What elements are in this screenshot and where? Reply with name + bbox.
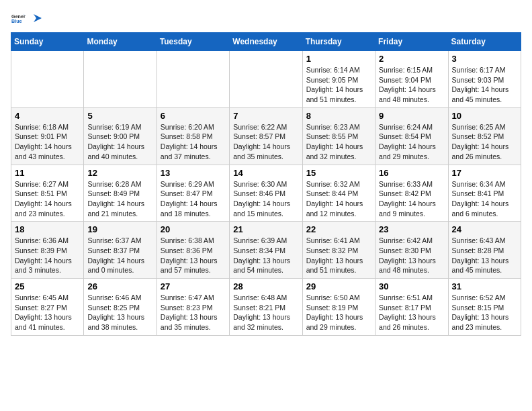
day-number: 15 <box>306 168 371 178</box>
day-number: 30 <box>379 281 444 291</box>
day-info: Sunrise: 6:38 AMSunset: 8:36 PMDaylight:… <box>161 236 226 275</box>
calendar-week-row: 4Sunrise: 6:18 AMSunset: 9:01 PMDaylight… <box>11 107 521 165</box>
day-number: 12 <box>87 168 152 178</box>
calendar-cell: 4Sunrise: 6:18 AMSunset: 9:01 PMDaylight… <box>11 107 84 165</box>
calendar-cell <box>230 51 302 108</box>
day-info: Sunrise: 6:27 AMSunset: 8:51 PMDaylight:… <box>15 179 80 219</box>
day-number: 18 <box>15 224 80 234</box>
day-info: Sunrise: 6:41 AMSunset: 8:32 PMDaylight:… <box>306 236 371 275</box>
day-number: 2 <box>379 54 444 64</box>
calendar-cell: 18Sunrise: 6:36 AMSunset: 8:39 PMDayligh… <box>11 222 84 279</box>
calendar-cell: 27Sunrise: 6:47 AMSunset: 8:23 PMDayligh… <box>157 279 229 336</box>
logo-arrow-icon <box>31 11 44 25</box>
day-number: 22 <box>306 224 371 234</box>
calendar-cell: 6Sunrise: 6:20 AMSunset: 8:58 PMDaylight… <box>157 107 229 165</box>
day-info: Sunrise: 6:42 AMSunset: 8:30 PMDaylight:… <box>379 236 444 275</box>
day-number: 9 <box>379 111 444 121</box>
weekday-header: Wednesday <box>230 33 302 51</box>
day-number: 7 <box>233 111 298 121</box>
calendar-cell: 22Sunrise: 6:41 AMSunset: 8:32 PMDayligh… <box>302 222 375 279</box>
weekday-header: Saturday <box>448 33 521 51</box>
calendar-cell <box>11 51 84 108</box>
calendar-cell <box>84 51 157 108</box>
day-number: 6 <box>161 111 226 121</box>
weekday-header: Thursday <box>302 33 375 51</box>
day-info: Sunrise: 6:28 AMSunset: 8:49 PMDaylight:… <box>87 179 152 219</box>
calendar-cell: 17Sunrise: 6:34 AMSunset: 8:41 PMDayligh… <box>448 165 521 222</box>
day-number: 26 <box>87 281 152 291</box>
day-info: Sunrise: 6:37 AMSunset: 8:37 PMDaylight:… <box>87 236 152 275</box>
calendar-cell: 26Sunrise: 6:46 AMSunset: 8:25 PMDayligh… <box>84 279 157 336</box>
calendar-week-row: 11Sunrise: 6:27 AMSunset: 8:51 PMDayligh… <box>11 165 521 222</box>
day-number: 19 <box>87 224 152 234</box>
day-info: Sunrise: 6:50 AMSunset: 8:19 PMDaylight:… <box>306 293 371 332</box>
day-info: Sunrise: 6:45 AMSunset: 8:27 PMDaylight:… <box>15 293 80 332</box>
weekday-header: Tuesday <box>157 33 229 51</box>
day-info: Sunrise: 6:24 AMSunset: 8:54 PMDaylight:… <box>379 122 444 162</box>
day-number: 17 <box>452 168 517 178</box>
day-info: Sunrise: 6:30 AMSunset: 8:46 PMDaylight:… <box>233 179 298 219</box>
day-number: 21 <box>233 224 298 234</box>
day-number: 20 <box>161 224 226 234</box>
day-info: Sunrise: 6:25 AMSunset: 8:52 PMDaylight:… <box>452 122 517 162</box>
calendar-cell: 11Sunrise: 6:27 AMSunset: 8:51 PMDayligh… <box>11 165 84 222</box>
day-number: 28 <box>233 281 298 291</box>
day-info: Sunrise: 6:20 AMSunset: 8:58 PMDaylight:… <box>161 122 226 162</box>
calendar-cell: 2Sunrise: 6:15 AMSunset: 9:04 PMDaylight… <box>375 51 448 108</box>
calendar-cell: 12Sunrise: 6:28 AMSunset: 8:49 PMDayligh… <box>84 165 157 222</box>
day-number: 8 <box>306 111 371 121</box>
day-number: 27 <box>161 281 226 291</box>
day-number: 25 <box>15 281 80 291</box>
day-info: Sunrise: 6:43 AMSunset: 8:28 PMDaylight:… <box>452 236 517 275</box>
day-info: Sunrise: 6:19 AMSunset: 9:00 PMDaylight:… <box>87 122 152 162</box>
day-number: 16 <box>379 168 444 178</box>
day-number: 29 <box>306 281 371 291</box>
calendar-cell: 20Sunrise: 6:38 AMSunset: 8:36 PMDayligh… <box>157 222 229 279</box>
calendar-cell: 1Sunrise: 6:14 AMSunset: 9:05 PMDaylight… <box>302 51 375 108</box>
calendar-cell: 5Sunrise: 6:19 AMSunset: 9:00 PMDaylight… <box>84 107 157 165</box>
day-number: 5 <box>87 111 152 121</box>
day-info: Sunrise: 6:48 AMSunset: 8:21 PMDaylight:… <box>233 293 298 332</box>
weekday-header: Monday <box>84 33 157 51</box>
day-number: 13 <box>161 168 226 178</box>
calendar-cell: 21Sunrise: 6:39 AMSunset: 8:34 PMDayligh… <box>230 222 302 279</box>
calendar-cell: 10Sunrise: 6:25 AMSunset: 8:52 PMDayligh… <box>448 107 521 165</box>
calendar-body: 1Sunrise: 6:14 AMSunset: 9:05 PMDaylight… <box>11 51 521 336</box>
calendar-cell: 29Sunrise: 6:50 AMSunset: 8:19 PMDayligh… <box>302 279 375 336</box>
day-info: Sunrise: 6:46 AMSunset: 8:25 PMDaylight:… <box>87 293 152 332</box>
calendar-cell: 8Sunrise: 6:23 AMSunset: 8:55 PMDaylight… <box>302 107 375 165</box>
calendar-week-row: 25Sunrise: 6:45 AMSunset: 8:27 PMDayligh… <box>11 279 521 336</box>
day-info: Sunrise: 6:52 AMSunset: 8:15 PMDaylight:… <box>452 293 517 332</box>
calendar-cell: 23Sunrise: 6:42 AMSunset: 8:30 PMDayligh… <box>375 222 448 279</box>
day-info: Sunrise: 6:22 AMSunset: 8:57 PMDaylight:… <box>233 122 298 162</box>
calendar-cell: 28Sunrise: 6:48 AMSunset: 8:21 PMDayligh… <box>230 279 302 336</box>
calendar-cell <box>157 51 229 108</box>
calendar-cell: 14Sunrise: 6:30 AMSunset: 8:46 PMDayligh… <box>230 165 302 222</box>
day-number: 3 <box>452 54 517 64</box>
day-number: 31 <box>452 281 517 291</box>
weekday-header: Friday <box>375 33 448 51</box>
day-info: Sunrise: 6:17 AMSunset: 9:03 PMDaylight:… <box>452 65 517 105</box>
calendar-week-row: 1Sunrise: 6:14 AMSunset: 9:05 PMDaylight… <box>11 51 521 108</box>
day-info: Sunrise: 6:23 AMSunset: 8:55 PMDaylight:… <box>306 122 371 162</box>
calendar-cell: 24Sunrise: 6:43 AMSunset: 8:28 PMDayligh… <box>448 222 521 279</box>
weekday-header: Sunday <box>11 33 84 51</box>
day-info: Sunrise: 6:15 AMSunset: 9:04 PMDaylight:… <box>379 65 444 105</box>
day-info: Sunrise: 6:39 AMSunset: 8:34 PMDaylight:… <box>233 236 298 275</box>
day-info: Sunrise: 6:34 AMSunset: 8:41 PMDaylight:… <box>452 179 517 219</box>
calendar-cell: 15Sunrise: 6:32 AMSunset: 8:44 PMDayligh… <box>302 165 375 222</box>
svg-marker-3 <box>34 14 42 22</box>
page-header: General Blue <box>11 11 521 26</box>
day-info: Sunrise: 6:32 AMSunset: 8:44 PMDaylight:… <box>306 179 371 219</box>
calendar-cell: 16Sunrise: 6:33 AMSunset: 8:42 PMDayligh… <box>375 165 448 222</box>
day-info: Sunrise: 6:33 AMSunset: 8:42 PMDaylight:… <box>379 179 444 219</box>
calendar-cell: 25Sunrise: 6:45 AMSunset: 8:27 PMDayligh… <box>11 279 84 336</box>
calendar-cell: 7Sunrise: 6:22 AMSunset: 8:57 PMDaylight… <box>230 107 302 165</box>
calendar-table: SundayMondayTuesdayWednesdayThursdayFrid… <box>11 32 521 336</box>
logo: General Blue <box>11 11 44 26</box>
day-number: 4 <box>15 111 80 121</box>
calendar-header-row: SundayMondayTuesdayWednesdayThursdayFrid… <box>11 33 521 51</box>
calendar-cell: 13Sunrise: 6:29 AMSunset: 8:47 PMDayligh… <box>157 165 229 222</box>
day-number: 24 <box>452 224 517 234</box>
day-info: Sunrise: 6:36 AMSunset: 8:39 PMDaylight:… <box>15 236 80 275</box>
